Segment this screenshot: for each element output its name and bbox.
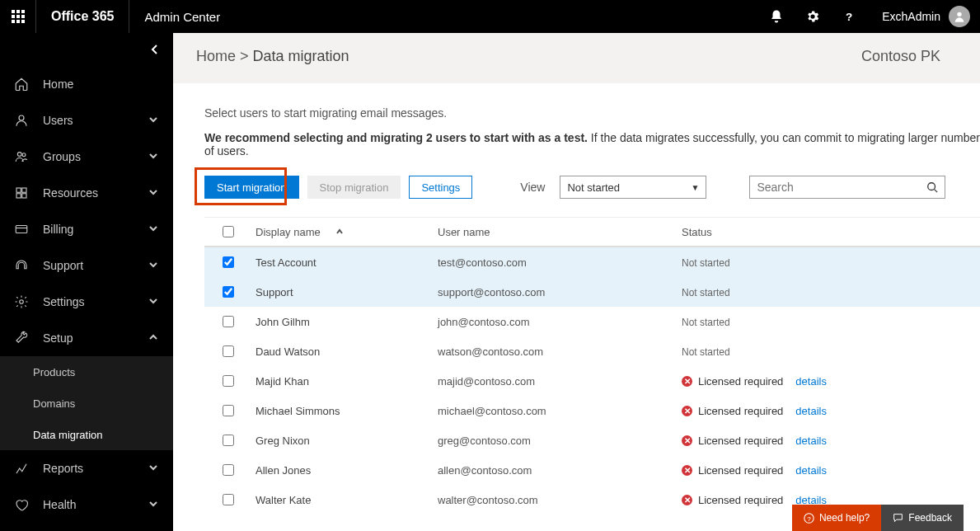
status-text: Not started	[682, 257, 730, 269]
intro-text: Select users to start migrating email me…	[204, 106, 980, 120]
svg-rect-17	[22, 194, 26, 198]
help-icon[interactable]: ?	[831, 0, 867, 33]
status-licensed: ✕Licensed requireddetails	[682, 405, 980, 417]
sidebar-subitem[interactable]: Domains	[0, 388, 173, 419]
row-checkbox[interactable]	[223, 494, 234, 505]
svg-rect-2	[21, 10, 25, 13]
row-checkbox[interactable]	[223, 464, 234, 476]
status-text: Not started	[682, 346, 730, 358]
stop-migration-button[interactable]: Stop migration	[307, 176, 401, 199]
svg-point-10	[957, 12, 961, 16]
row-user-name: majid@contoso.com	[438, 375, 682, 388]
sidebar-item-label: Support	[43, 259, 148, 272]
user-name: ExchAdmin	[882, 10, 940, 23]
error-icon: ✕	[682, 376, 692, 387]
column-user-name[interactable]: User name	[438, 226, 682, 238]
row-checkbox[interactable]	[223, 256, 234, 268]
breadcrumb-parent[interactable]: Home	[196, 48, 236, 64]
svg-text:?: ?	[807, 515, 811, 522]
avatar-icon	[949, 6, 970, 27]
status-text: Not started	[682, 317, 730, 328]
sidebar-subitem[interactable]: Data migration	[0, 419, 173, 450]
svg-rect-14	[16, 188, 21, 192]
row-user-name: greg@contoso.com	[438, 435, 682, 447]
row-display-name: Allen Jones	[252, 464, 438, 477]
details-link[interactable]: details	[795, 405, 827, 417]
row-checkbox[interactable]	[223, 375, 234, 387]
row-checkbox[interactable]	[223, 435, 234, 446]
sidebar-item-support[interactable]: Support	[0, 247, 173, 284]
sidebar-item-users[interactable]: Users	[0, 102, 173, 139]
column-status[interactable]: Status	[682, 226, 980, 238]
notifications-icon[interactable]	[758, 0, 795, 33]
row-display-name: Test Account	[252, 256, 438, 269]
column-display-name[interactable]: Display name	[252, 226, 438, 238]
table-row[interactable]: Greg Nixongreg@contoso.com✕Licensed requ…	[204, 425, 980, 455]
details-link[interactable]: details	[795, 435, 827, 447]
row-checkbox[interactable]	[223, 345, 234, 357]
app-launcher-icon[interactable]	[0, 0, 36, 33]
breadcrumb: Home > Data migration	[196, 48, 349, 65]
sidebar-item-settings[interactable]: Settings	[0, 284, 173, 320]
sidebar-item-billing[interactable]: Billing	[0, 211, 173, 247]
search-box[interactable]	[749, 176, 945, 199]
sidebar-item-admincenters[interactable]: Admin centers	[0, 523, 173, 531]
table-row[interactable]: Test Accounttest@contoso.comNot started	[204, 247, 980, 277]
table-row[interactable]: Daud Watsonwatson@contoso.comNot started	[204, 336, 980, 366]
sidebar-item-label: Setup	[43, 331, 148, 345]
svg-rect-6	[12, 20, 15, 23]
health-icon	[12, 497, 31, 512]
sidebar-item-setup[interactable]: Setup	[0, 320, 173, 356]
svg-line-24	[935, 190, 938, 193]
footer-bar: ? Need help? Feedback	[792, 505, 964, 531]
toolbar: Start migration Stop migration Settings …	[204, 176, 980, 199]
user-menu[interactable]: ExchAdmin	[867, 6, 980, 27]
chevron-down-icon	[148, 462, 162, 475]
sidebar-item-groups[interactable]: Groups	[0, 139, 173, 175]
collapse-sidebar-button[interactable]	[0, 33, 173, 66]
sidebar-item-health[interactable]: Health	[0, 486, 173, 523]
details-link[interactable]: details	[795, 375, 827, 388]
row-display-name: Daud Watson	[252, 345, 438, 358]
sidebar-item-label: Reports	[43, 462, 148, 475]
row-user-name: test@contoso.com	[438, 256, 682, 269]
row-display-name: John Gilhm	[252, 316, 438, 328]
need-help-button[interactable]: ? Need help?	[792, 505, 881, 531]
row-display-name: Walter Kate	[252, 494, 438, 506]
row-checkbox[interactable]	[223, 286, 234, 298]
chevron-down-icon	[148, 114, 162, 127]
sort-asc-icon	[335, 226, 344, 238]
app-title: Admin Center	[129, 10, 235, 24]
billing-icon	[12, 222, 31, 237]
search-input[interactable]	[757, 181, 926, 194]
start-migration-button[interactable]: Start migration	[204, 176, 299, 199]
row-user-name: allen@contoso.com	[438, 464, 682, 477]
brand-label[interactable]: Office 365	[36, 0, 129, 33]
sidebar-item-home[interactable]: Home	[0, 66, 173, 102]
row-checkbox[interactable]	[223, 405, 234, 416]
reports-icon	[12, 461, 31, 476]
chevron-down-icon	[148, 259, 162, 272]
sidebar-item-reports[interactable]: Reports	[0, 450, 173, 486]
feedback-button[interactable]: Feedback	[881, 505, 964, 531]
view-select[interactable]: Not started ▼	[560, 176, 706, 199]
details-link[interactable]: details	[795, 464, 827, 477]
row-checkbox[interactable]	[223, 316, 234, 327]
svg-point-13	[22, 153, 26, 157]
table-row[interactable]: Supportsupport@contoso.comNot started	[204, 277, 980, 307]
svg-rect-16	[16, 194, 21, 198]
table-row[interactable]: John Gilhmjohn@contoso.comNot started	[204, 307, 980, 336]
svg-rect-5	[21, 15, 25, 18]
table-row[interactable]: Allen Jonesallen@contoso.com✕Licensed re…	[204, 455, 980, 485]
table-row[interactable]: Majid Khanmajid@contoso.com✕Licensed req…	[204, 366, 980, 396]
resources-icon	[12, 186, 31, 200]
error-icon: ✕	[682, 465, 692, 476]
settings-gear-icon[interactable]	[795, 0, 831, 33]
row-user-name: michael@contoso.com	[438, 405, 682, 417]
table-row[interactable]: Michael Simmonsmichael@contoso.com✕Licen…	[204, 396, 980, 425]
chevron-down-icon	[148, 223, 162, 236]
select-all-checkbox[interactable]	[223, 226, 234, 237]
sidebar-item-resources[interactable]: Resources	[0, 175, 173, 211]
sidebar-subitem[interactable]: Products	[0, 356, 173, 388]
settings-button[interactable]: Settings	[409, 176, 472, 199]
